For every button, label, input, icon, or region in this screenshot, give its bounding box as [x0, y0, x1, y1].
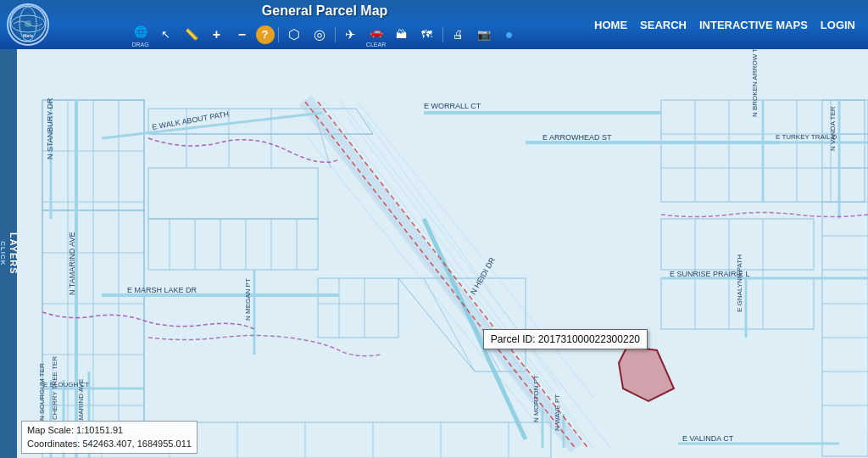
- separator-2: [335, 27, 336, 42]
- layers-panel: CLICK LAYERS: [0, 232, 19, 275]
- svg-text:N MORTON PT: N MORTON PT: [532, 375, 540, 422]
- clear-tool[interactable]: 🚗 CLEAR: [364, 21, 388, 47]
- print-tool[interactable]: 🖨: [447, 25, 470, 45]
- measure-tool[interactable]: 📏: [180, 25, 203, 45]
- title-area: General Parcel Map 🌐 DRAG ↖ 📏 + − ? ⬡ ◎: [55, 2, 594, 47]
- svg-text:N BROKEN ARROW TR: N BROKEN ARROW TR: [751, 49, 759, 117]
- map-scale: Map Scale: 1:10151.91: [27, 424, 192, 437]
- separator-1: [278, 27, 279, 42]
- svg-text:E ARROWHEAD ST: E ARROWHEAD ST: [542, 133, 612, 142]
- svg-text:N WAVE PT: N WAVE PT: [554, 394, 561, 431]
- logo: fibris: [7, 3, 49, 46]
- svg-text:N VANDA TER: N VANDA TER: [829, 106, 837, 151]
- status-bar: Map Scale: 1:10151.91 Coordinates: 54246…: [21, 421, 198, 454]
- nav-links: HOME SEARCH INTERACTIVE MAPS LOGIN: [594, 19, 868, 31]
- header: fibris General Parcel Map 🌐 DRAG ↖ 📏 + −…: [0, 0, 868, 49]
- drag-tool[interactable]: 🌐 DRAG: [129, 21, 153, 47]
- topo-tool[interactable]: 🏔: [390, 25, 414, 45]
- toolbar: 🌐 DRAG ↖ 📏 + − ? ⬡ ◎ ✈ 🚗 CLEAR: [129, 21, 521, 47]
- login-link[interactable]: LOGIN: [821, 19, 855, 31]
- drag-label: DRAG: [131, 42, 148, 47]
- svg-rect-5: [17, 49, 868, 458]
- svg-text:N MEGAN PT: N MEGAN PT: [244, 278, 252, 321]
- separator-3: [442, 27, 443, 42]
- camera-tool[interactable]: 📷: [472, 25, 496, 45]
- svg-text:fibris: fibris: [22, 33, 32, 38]
- map-title: General Parcel Map: [262, 3, 388, 19]
- layers-sidebar[interactable]: CLICK LAYERS: [0, 49, 17, 458]
- svg-text:N SOURGUM TER: N SOURGUM TER: [38, 363, 46, 421]
- svg-text:E SUNRISE PRAIRIE L: E SUNRISE PRAIRIE L: [670, 270, 750, 278]
- svg-text:N CHERRY TREE TER: N CHERRY TREE TER: [51, 356, 58, 427]
- map-container[interactable]: CLICK LAYERS: [0, 49, 868, 458]
- cursor-tool[interactable]: ↖: [154, 25, 178, 45]
- svg-text:E WORRALL CT: E WORRALL CT: [424, 102, 481, 110]
- logo-text: fibris: [9, 5, 47, 45]
- svg-text:N STANBURY DR: N STANBURY DR: [46, 98, 54, 159]
- home-link[interactable]: HOME: [594, 19, 627, 31]
- search-link[interactable]: SEARCH: [640, 19, 687, 31]
- info-tool[interactable]: ●: [498, 25, 521, 45]
- parcel-id-value: 201731000022300220: [538, 333, 640, 345]
- zoom-in-tool[interactable]: +: [205, 25, 229, 45]
- interactive-maps-link[interactable]: INTERACTIVE MAPS: [699, 19, 808, 31]
- coordinates: Coordinates: 542463.407, 1684955.011: [27, 438, 192, 450]
- zoom-out-tool[interactable]: −: [231, 25, 254, 45]
- layers-label: LAYERS: [8, 232, 19, 275]
- aerial-tool[interactable]: ✈: [339, 25, 363, 45]
- parcel-tooltip: Parcel ID: 201731000022300220: [483, 329, 648, 349]
- logo-area: fibris: [0, 0, 55, 49]
- polygon-tool[interactable]: ⬡: [282, 25, 306, 45]
- svg-text:E TURKEY TRAIL D: E TURKEY TRAIL D: [776, 133, 837, 141]
- svg-text:N TAMARIND AVE: N TAMARIND AVE: [68, 232, 76, 295]
- parcel-id-label: Parcel ID:: [491, 333, 536, 345]
- map-svg[interactable]: N STANBURY DR N TAMARIND AVE E WALK ABOU…: [17, 49, 868, 458]
- svg-text:E MARSH LAKE DR: E MARSH LAKE DR: [127, 286, 198, 294]
- svg-text:E GNALYNN PATH: E GNALYNN PATH: [736, 254, 743, 312]
- clear-tool-icon[interactable]: 🚗: [364, 21, 388, 42]
- click-label: CLICK: [0, 241, 7, 265]
- map-tool[interactable]: 🗺: [415, 25, 439, 45]
- drag-tool-icon[interactable]: 🌐: [129, 21, 153, 42]
- svg-text:E VALINDA CT: E VALINDA CT: [682, 434, 734, 443]
- buffer-tool[interactable]: ◎: [308, 25, 331, 45]
- help-tool[interactable]: ?: [256, 25, 275, 44]
- clear-label: CLEAR: [366, 42, 386, 47]
